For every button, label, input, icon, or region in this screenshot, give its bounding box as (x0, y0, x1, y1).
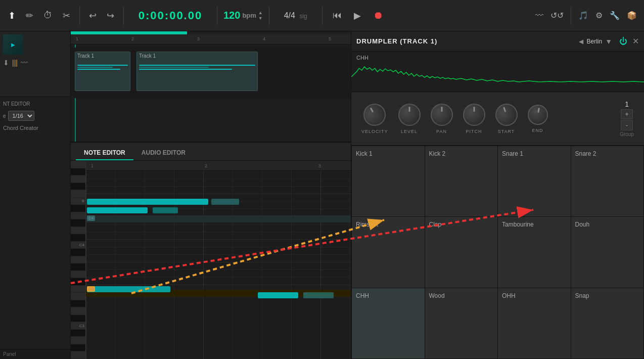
pad-wood[interactable]: Wood (425, 288, 498, 358)
piano-key-g4[interactable] (71, 227, 85, 235)
pad-rimshot[interactable]: Rimshot (352, 217, 425, 287)
pitch-knob[interactable] (463, 104, 485, 126)
note-block-7[interactable] (303, 292, 334, 298)
piano-key-bb4[interactable] (71, 205, 85, 212)
group-minus-btn[interactable]: - (621, 120, 633, 130)
piano-key-e3[interactable] (71, 293, 85, 300)
note-block-1[interactable] (87, 199, 208, 205)
group-plus-btn[interactable]: + (621, 109, 633, 119)
pan-label: PAN (436, 129, 447, 134)
grid-mark-1: 1 (91, 163, 94, 168)
grid-h-10 (86, 247, 351, 247)
metronome-btn[interactable]: 🎵 (576, 9, 590, 22)
velocity-knob[interactable] (359, 99, 390, 129)
grid-mark-2: 2 (205, 163, 207, 168)
piano-key-f3[interactable] (71, 286, 85, 293)
drumpler-close-btn[interactable]: ✕ (632, 36, 639, 46)
pencil-tool-btn[interactable]: ✏ (23, 8, 36, 23)
pad-snare1[interactable]: Snare 1 (498, 146, 571, 216)
piano-key-a3[interactable] (71, 263, 85, 271)
timer-btn[interactable]: ⏱ (40, 8, 56, 23)
piano-key-d3[interactable] (71, 307, 85, 315)
track-wave-btn[interactable]: 〰 (21, 59, 28, 67)
piano-key-d5[interactable] (71, 175, 85, 183)
pad-clap[interactable]: Clap (425, 217, 498, 287)
track-clip-1[interactable]: Track 1 (75, 52, 130, 91)
end-label: END (532, 128, 543, 133)
pad-kick2[interactable]: Kick 2 (425, 146, 498, 216)
piano-key-gb4[interactable] (71, 234, 85, 242)
piano-key-eb3[interactable] (71, 300, 85, 308)
loop-btn[interactable]: ↺↺ (548, 9, 566, 22)
note-block-3[interactable] (87, 207, 148, 213)
piano-key-bb2[interactable] (71, 337, 85, 344)
select-tool-btn[interactable]: ⬆ (5, 8, 19, 23)
preset-nav-left-btn[interactable]: ◀ (579, 38, 583, 45)
clip-2-wave (137, 60, 257, 75)
piano-key-db5[interactable] (71, 183, 85, 191)
record-btn[interactable]: ⏺ (369, 8, 387, 23)
piano-key-gb3[interactable] (71, 278, 85, 286)
piano-key-b3[interactable] (71, 249, 85, 256)
ruler-mark-3: 3 (197, 36, 200, 41)
piano-key-g3[interactable] (71, 271, 85, 279)
track-area: 1 2 3 4 5 6 Track 1 (71, 31, 351, 143)
drumpler-power-btn[interactable]: ⏻ (619, 37, 627, 46)
piano-key-e5[interactable] (71, 161, 85, 168)
pad-chh[interactable]: CHH (352, 288, 425, 358)
undo-btn[interactable]: ↩ (86, 8, 100, 23)
velocity-knob-group: VELOCITY (361, 104, 388, 134)
plugin3-btn[interactable]: 📦 (625, 9, 639, 22)
play-btn[interactable]: ▶ (350, 8, 365, 23)
piano-key-bb3[interactable] (71, 256, 85, 264)
grid-h-15 (86, 285, 351, 285)
pad-ohh[interactable]: OHH (498, 288, 571, 358)
tab-note-editor[interactable]: NOTE EDITOR (76, 146, 133, 160)
piano-key-c3[interactable]: C3 (71, 322, 85, 330)
chord-creator[interactable]: Chord Creator (3, 125, 67, 131)
track-lane-1: Track 1 Track 1 (71, 48, 351, 98)
note-block-6[interactable] (258, 292, 298, 298)
pad-douh[interactable]: Douh (571, 217, 644, 287)
piano-key-eb5[interactable] (71, 168, 85, 176)
redo-btn[interactable]: ↪ (104, 8, 117, 23)
piano-key-ab4[interactable] (71, 219, 85, 227)
quantize-select[interactable]: 1/16 1/8 1/4 (8, 111, 34, 121)
grid-mark-3: 3 (318, 163, 321, 168)
rewind-btn[interactable]: ⏮ (329, 8, 346, 23)
pad-snare2[interactable]: Snare 2 (571, 146, 644, 216)
start-knob[interactable] (492, 100, 520, 128)
drumpler-panel: DRUMPLER (TRACK 1) ◀ Berlin ▼ ⏻ ✕ CHH (351, 31, 644, 359)
track-clip-2[interactable]: Track 1 (136, 52, 258, 91)
bpm-arrows[interactable]: ▲▼ (258, 10, 263, 21)
track-down-btn[interactable]: ⬇ (3, 59, 9, 67)
piano-key-g2[interactable] (71, 351, 85, 359)
piano-key-c5[interactable] (71, 190, 85, 198)
end-knob[interactable] (526, 103, 549, 126)
piano-key-b4[interactable]: B (71, 198, 85, 205)
pad-snap[interactable]: Snap (571, 288, 644, 358)
piano-key-a2[interactable] (71, 344, 85, 352)
piano-key-b2[interactable] (71, 330, 85, 337)
pad-kick1[interactable]: Kick 1 (352, 146, 425, 216)
note-block-5[interactable] (87, 286, 170, 292)
track-bars-btn[interactable]: ||| (12, 59, 18, 67)
plugin1-btn[interactable]: ⚙ (593, 9, 605, 22)
piano-key-c4[interactable]: C4 (71, 242, 85, 249)
bpm-display[interactable]: 120 bpm ▲▼ (223, 10, 263, 21)
preset-dropdown-btn[interactable]: ▼ (605, 37, 612, 46)
note-block-4[interactable] (153, 207, 178, 213)
pan-knob[interactable] (431, 104, 453, 126)
level-knob[interactable] (398, 104, 421, 126)
tab-audio-editor[interactable]: AUDIO EDITOR (133, 146, 194, 160)
note-block-2[interactable] (211, 199, 239, 205)
scissors-btn[interactable]: ✂ (60, 8, 73, 23)
sig-value: 4/4 (284, 11, 295, 20)
piano-key-a4[interactable] (71, 212, 85, 220)
plugin2-btn[interactable]: 🔧 (608, 9, 622, 22)
separator-4 (269, 7, 269, 25)
wave-btn[interactable]: 〰 (533, 9, 545, 22)
clip-2-label: Track 1 (137, 52, 257, 60)
pad-tambourine[interactable]: Tambourine (498, 217, 571, 287)
piano-key-db3[interactable] (71, 315, 85, 323)
